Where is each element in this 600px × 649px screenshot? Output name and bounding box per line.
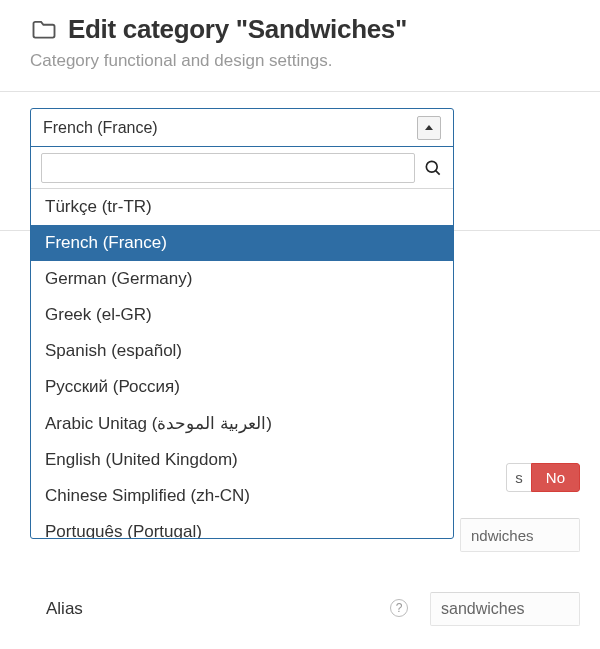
language-option[interactable]: German (Germany) — [31, 261, 453, 297]
language-select-toggle[interactable]: French (France) — [31, 109, 453, 147]
svg-point-0 — [426, 161, 437, 172]
language-select[interactable]: French (France) Türkçe (tr-TR) French (F… — [30, 108, 454, 539]
alias-label: Alias — [46, 599, 83, 619]
language-option[interactable]: Chinese Simplified (zh-CN) — [31, 478, 453, 514]
language-options: Türkçe (tr-TR) French (France) German (G… — [31, 189, 453, 538]
help-icon[interactable]: ? — [390, 599, 410, 619]
page-title: Edit category "Sandwiches" — [68, 14, 407, 45]
language-option[interactable]: Português (Portugal) — [31, 514, 453, 538]
language-option[interactable]: Greek (el-GR) — [31, 297, 453, 333]
language-search-input[interactable] — [41, 153, 415, 183]
alias-input[interactable] — [430, 592, 580, 626]
toggle-yes[interactable]: s — [506, 463, 531, 492]
yes-no-toggle[interactable]: s No — [506, 463, 580, 492]
search-icon — [423, 158, 443, 178]
language-selected-label: French (France) — [43, 119, 158, 137]
svg-line-1 — [436, 170, 440, 174]
language-option[interactable]: Türkçe (tr-TR) — [31, 189, 453, 225]
language-option[interactable]: French (France) — [31, 225, 453, 261]
page-header: Edit category "Sandwiches" Category func… — [0, 0, 600, 87]
language-option[interactable]: Arabic Unitag (العربية الموحدة) — [31, 405, 453, 442]
language-option[interactable]: Русский (Россия) — [31, 369, 453, 405]
title-input[interactable] — [460, 518, 580, 552]
page-subtitle: Category functional and design settings. — [30, 51, 570, 71]
toggle-no[interactable]: No — [531, 463, 580, 492]
language-option[interactable]: English (United Kingdom) — [31, 442, 453, 478]
caret-up-icon[interactable] — [417, 116, 441, 140]
folder-icon — [30, 16, 58, 44]
language-option[interactable]: Spanish (español) — [31, 333, 453, 369]
